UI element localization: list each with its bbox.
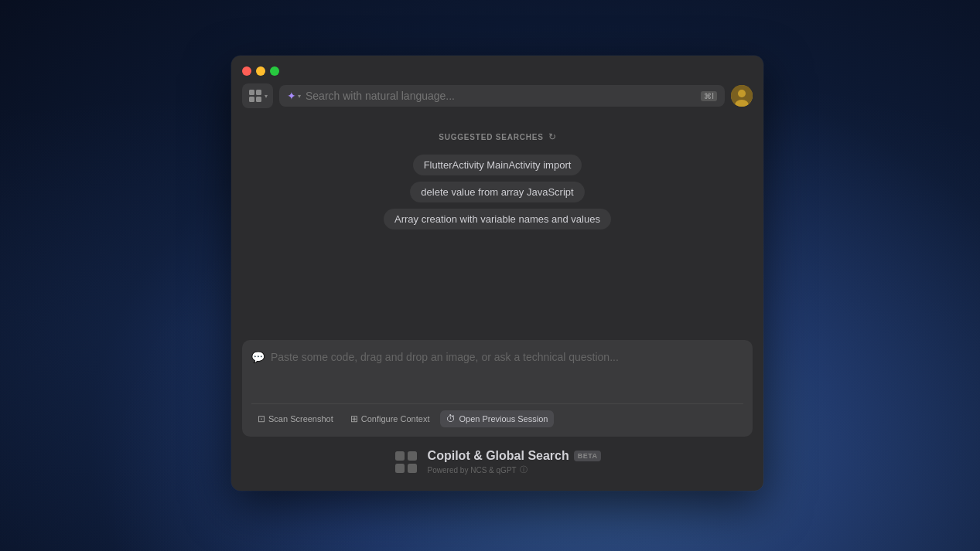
info-circle-icon: ⓘ <box>520 464 528 475</box>
svg-rect-7 <box>395 451 405 461</box>
svg-point-5 <box>738 90 746 97</box>
scan-screenshot-button[interactable]: ⊡ Scan Screenshot <box>251 410 340 427</box>
svg-rect-2 <box>249 97 254 102</box>
svg-rect-3 <box>256 97 261 102</box>
title-bar <box>231 56 763 76</box>
svg-rect-8 <box>408 451 417 461</box>
footer-logo-icon <box>394 450 418 474</box>
footer-title: Copilot & Global Search <box>428 449 569 463</box>
svg-rect-9 <box>395 464 405 473</box>
footer-title-row: Copilot & Global Search BETA <box>428 449 602 463</box>
footer-text: Copilot & Global Search BETA Powered by … <box>428 449 602 475</box>
suggestion-chip-2[interactable]: Array creation with variable names and v… <box>384 209 611 230</box>
footer-subtitle-text: Powered by NCS & qGPT <box>428 466 517 474</box>
chat-bubble-icon: 💬 <box>251 351 265 363</box>
ai-sparkle-icon: ✦ <box>287 90 296 102</box>
suggested-label-text: SUGGESTED SEARCHES <box>439 133 544 141</box>
svg-rect-10 <box>408 464 417 473</box>
open-previous-session-label: Open Previous Session <box>459 414 548 423</box>
suggestion-chip-0[interactable]: FlutterActivity MainActivity import <box>413 155 582 175</box>
refresh-icon[interactable]: ↻ <box>548 131 556 142</box>
minimize-button[interactable] <box>256 66 265 76</box>
app-chevron-icon: ▾ <box>265 93 268 100</box>
app-window: ▾ ✦ ▾ ⌘I SUGGESTED SEARCHES ↻ FlutterAct… <box>231 56 763 491</box>
app-icon-button[interactable]: ▾ <box>242 83 273 108</box>
close-button[interactable] <box>242 66 251 76</box>
ai-chevron-icon: ▾ <box>298 93 301 100</box>
scan-screenshot-label: Scan Screenshot <box>268 414 333 423</box>
footer-subtitle: Powered by NCS & qGPT ⓘ <box>428 464 602 475</box>
suggested-label: SUGGESTED SEARCHES ↻ <box>439 131 556 142</box>
footer: Copilot & Global Search BETA Powered by … <box>231 449 763 491</box>
beta-badge: BETA <box>574 451 602 461</box>
avatar-image <box>731 85 753 107</box>
chat-placeholder-text: Paste some code, drag and drop an image,… <box>271 349 743 366</box>
chat-area[interactable]: 💬 Paste some code, drag and drop an imag… <box>242 340 753 437</box>
user-avatar[interactable] <box>731 85 753 107</box>
search-input[interactable] <box>306 90 696 102</box>
chat-actions: ⊡ Scan Screenshot ⊞ Configure Context ⏱ … <box>251 403 743 427</box>
suggestion-chip-1[interactable]: delete value from array JavaScript <box>410 182 584 202</box>
configure-context-label: Configure Context <box>361 414 430 423</box>
svg-rect-0 <box>249 90 254 95</box>
configure-context-icon: ⊞ <box>350 413 358 424</box>
copilot-app-icon <box>248 88 263 104</box>
search-kbd-shortcut: ⌘I <box>701 91 717 101</box>
scan-screenshot-icon: ⊡ <box>258 413 265 424</box>
svg-rect-1 <box>256 90 261 95</box>
suggestion-chips: FlutterActivity MainActivity import dele… <box>384 155 611 230</box>
open-previous-session-icon: ⏱ <box>446 413 456 424</box>
search-container[interactable]: ✦ ▾ ⌘I <box>279 85 725 107</box>
maximize-button[interactable] <box>270 66 279 76</box>
search-bar-area: ▾ ✦ ▾ ⌘I <box>231 76 763 116</box>
suggested-section: SUGGESTED SEARCHES ↻ FlutterActivity Mai… <box>231 116 763 340</box>
open-previous-session-button[interactable]: ⏱ Open Previous Session <box>440 410 554 427</box>
configure-context-button[interactable]: ⊞ Configure Context <box>344 410 436 427</box>
chat-input-row: 💬 Paste some code, drag and drop an imag… <box>251 349 743 396</box>
ai-icon-button[interactable]: ✦ ▾ <box>287 90 301 102</box>
